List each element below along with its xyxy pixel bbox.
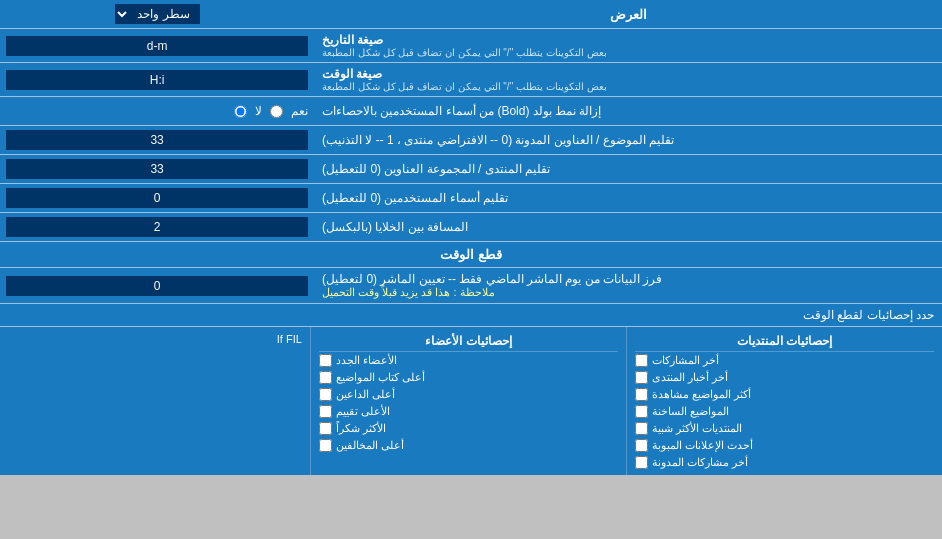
last-blog-label: أخر مشاركات المدونة	[652, 456, 748, 469]
latest-classifieds-label: أحدث الإعلانات المبوبة	[652, 439, 753, 452]
date-format-row: صيغة التاريخ بعض التكوينات يتطلب "/" الت…	[0, 29, 942, 63]
time-format-sublabel: بعض التكوينات يتطلب "/" التي يمكن ان تضا…	[322, 81, 606, 92]
checkbox-most-viewed: أكثر المواضيع مشاهدة	[635, 386, 934, 403]
top-rated-checkbox[interactable]	[319, 405, 332, 418]
remove-bold-row: إزالة نمط بولد (Bold) من أسماء المستخدمي…	[0, 97, 942, 126]
members-checkbox-col: إحصائيات الأعضاء الأعضاء الجدد أعلى كتاب…	[311, 327, 627, 475]
forum-trim-row: تقليم المنتدى / المجموعة العناوين (0 للت…	[0, 155, 942, 184]
realtime-section-header: قطع الوقت	[0, 242, 942, 268]
most-similar-checkbox[interactable]	[635, 422, 648, 435]
checkbox-most-similar: المنتديات الأكثر شبية	[635, 420, 934, 437]
radio-no-label: لا	[255, 104, 262, 118]
posts-checkbox-col: إحصائيات المنتديات أخر المشاركات أخر أخب…	[627, 327, 942, 475]
top-rated-label: الأعلى تقييم	[336, 405, 390, 418]
checkbox-most-thanks: الأكثر شكراً	[319, 420, 618, 437]
cell-spacing-input[interactable]	[6, 217, 308, 237]
forum-trim-input[interactable]	[6, 159, 308, 179]
most-viewed-label: أكثر المواضيع مشاهدة	[652, 388, 751, 401]
checkbox-last-news: أخر أخبار المنتدى	[635, 369, 934, 386]
checkbox-top-rated: الأعلى تقييم	[319, 403, 618, 420]
cutoff-label: فرز البيانات من يوم الماشر الماضي فقط --…	[322, 272, 662, 286]
time-format-input[interactable]	[6, 70, 308, 90]
checkbox-top-inviters: أعلى الداعين	[319, 386, 618, 403]
top-violations-label: أعلى المخالفين	[336, 439, 404, 452]
topic-trim-input[interactable]	[6, 130, 308, 150]
date-format-sublabel: بعض التكوينات يتطلب "/" التي يمكن ان تضا…	[322, 47, 606, 58]
radio-no[interactable]	[234, 105, 247, 118]
top-inviters-label: أعلى الداعين	[336, 388, 395, 401]
checkbox-top-posters: أعلى كتاب المواضيع	[319, 369, 618, 386]
top-posters-checkbox[interactable]	[319, 371, 332, 384]
most-thanks-label: الأكثر شكراً	[336, 422, 386, 435]
checkbox-new-members: الأعضاء الجدد	[319, 352, 618, 369]
most-similar-label: المنتديات الأكثر شبية	[652, 422, 742, 435]
cell-spacing-row: المسافة بين الخلايا (بالبكسل)	[0, 213, 942, 242]
forum-trim-label: تقليم المنتدى / المجموعة العناوين (0 للت…	[322, 162, 550, 176]
username-trim-input[interactable]	[6, 188, 308, 208]
cutoff-note: ملاحظة : هذا قد يزيد قبلاً وقت التحميل	[322, 286, 494, 299]
page-title: العرض	[610, 7, 647, 22]
radio-yes-label: نعم	[291, 104, 308, 118]
display-mode-select[interactable]: سطر واحد سطرين	[115, 4, 200, 24]
hot-topics-label: المواضيع الساخنة	[652, 405, 729, 418]
last-posts-checkbox[interactable]	[635, 354, 648, 367]
remove-bold-label: إزالة نمط بولد (Bold) من أسماء المستخدمي…	[322, 104, 601, 118]
last-posts-label: أخر المشاركات	[652, 354, 719, 367]
most-viewed-checkbox[interactable]	[635, 388, 648, 401]
time-format-label: صيغة الوقت	[322, 67, 382, 81]
top-posters-label: أعلى كتاب المواضيع	[336, 371, 425, 384]
cutoff-input[interactable]	[6, 276, 308, 296]
checkbox-last-posts: أخر المشاركات	[635, 352, 934, 369]
last-news-label: أخر أخبار المنتدى	[652, 371, 728, 384]
radio-yes[interactable]	[270, 105, 283, 118]
checkbox-last-blog: أخر مشاركات المدونة	[635, 454, 934, 471]
checkbox-hot-topics: المواضيع الساخنة	[635, 403, 934, 420]
new-members-label: الأعضاء الجدد	[336, 354, 397, 367]
username-trim-label: تقليم أسماء المستخدمين (0 للتعطيل)	[322, 191, 508, 205]
topic-trim-label: تقليم الموضوع / العناوين المدونة (0 -- ا…	[322, 133, 674, 147]
time-format-row: صيغة الوقت بعض التكوينات يتطلب "/" التي …	[0, 63, 942, 97]
if-fil-text: If FIL	[8, 331, 302, 345]
most-thanks-checkbox[interactable]	[319, 422, 332, 435]
limit-row: حدد إحصائيات لقطع الوقت	[0, 304, 942, 327]
limit-label: حدد إحصائيات لقطع الوقت	[8, 308, 934, 322]
new-members-checkbox[interactable]	[319, 354, 332, 367]
cutoff-row: فرز البيانات من يوم الماشر الماضي فقط --…	[0, 268, 942, 304]
header-row: العرض سطر واحد سطرين	[0, 0, 942, 29]
username-trim-row: تقليم أسماء المستخدمين (0 للتعطيل)	[0, 184, 942, 213]
date-format-input[interactable]	[6, 36, 308, 56]
posts-col-header: إحصائيات المنتديات	[635, 331, 934, 352]
last-news-checkbox[interactable]	[635, 371, 648, 384]
checkbox-latest-classifieds: أحدث الإعلانات المبوبة	[635, 437, 934, 454]
last-blog-checkbox[interactable]	[635, 456, 648, 469]
top-violations-checkbox[interactable]	[319, 439, 332, 452]
date-format-label: صيغة التاريخ	[322, 33, 383, 47]
checkbox-top-violations: أعلى المخالفين	[319, 437, 618, 454]
topic-trim-row: تقليم الموضوع / العناوين المدونة (0 -- ا…	[0, 126, 942, 155]
cell-spacing-label: المسافة بين الخلايا (بالبكسل)	[322, 220, 468, 234]
right-col: If FIL	[0, 327, 311, 475]
checkbox-section: إحصائيات المنتديات أخر المشاركات أخر أخب…	[0, 327, 942, 475]
hot-topics-checkbox[interactable]	[635, 405, 648, 418]
top-inviters-checkbox[interactable]	[319, 388, 332, 401]
members-col-header: إحصائيات الأعضاء	[319, 331, 618, 352]
latest-classifieds-checkbox[interactable]	[635, 439, 648, 452]
